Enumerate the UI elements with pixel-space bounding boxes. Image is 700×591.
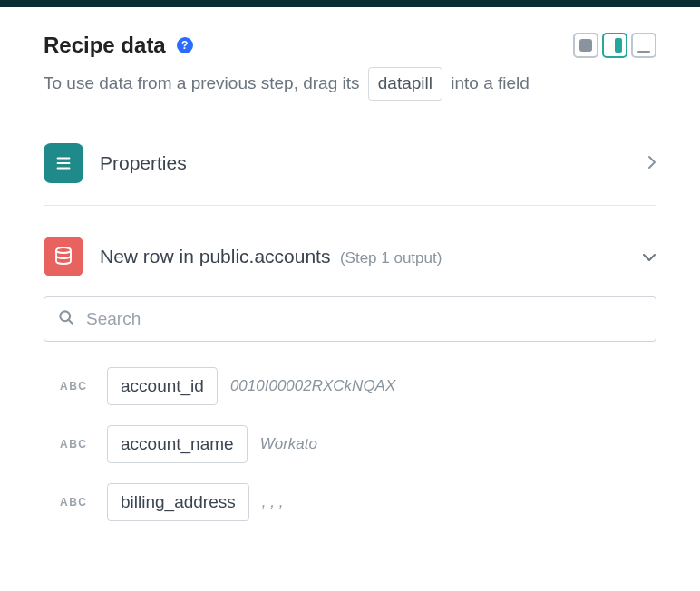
section-header[interactable]: New row in public.accounts (Step 1 outpu…	[44, 206, 656, 296]
list-icon	[44, 143, 83, 183]
search-box[interactable]	[44, 296, 656, 342]
view-toggles	[573, 33, 656, 58]
field-row: ABC account_name Workato	[60, 425, 656, 463]
field-list: ABC account_id 0010I00002RXCkNQAX ABC ac…	[44, 367, 656, 521]
chevron-right-icon	[647, 151, 656, 175]
search-input[interactable]	[86, 309, 643, 329]
view-compact-button[interactable]	[573, 33, 598, 58]
datapill-chip: datapill	[368, 67, 442, 101]
type-badge: ABC	[60, 438, 94, 451]
search-icon	[57, 308, 75, 330]
subtitle-post: into a field	[446, 73, 530, 92]
window-top-bar	[0, 0, 700, 7]
type-badge: ABC	[60, 496, 94, 509]
datapill-account-id[interactable]: account_id	[107, 367, 218, 405]
help-icon[interactable]: ?	[177, 37, 193, 53]
database-icon	[44, 237, 83, 276]
datapill-account-name[interactable]: account_name	[107, 425, 248, 463]
sample-value: , , ,	[262, 493, 284, 511]
field-row: ABC billing_address , , ,	[60, 483, 656, 521]
sample-value: Workato	[260, 435, 317, 453]
view-minimal-button[interactable]	[631, 33, 656, 58]
svg-line-5	[69, 319, 73, 323]
section-title: New row in public.accounts	[100, 246, 330, 266]
properties-label: Properties	[100, 152, 631, 174]
subtitle: To use data from a previous step, drag i…	[44, 67, 656, 101]
view-split-button[interactable]	[602, 33, 627, 58]
svg-point-3	[56, 247, 71, 253]
datapill-billing-address[interactable]: billing_address	[107, 483, 249, 521]
section-subtitle: (Step 1 output)	[340, 249, 442, 266]
data-panel: Properties New row in public.accounts (S…	[0, 121, 700, 521]
chevron-down-icon	[642, 246, 656, 266]
type-badge: ABC	[60, 380, 94, 392]
field-row: ABC account_id 0010I00002RXCkNQAX	[60, 367, 656, 405]
header: Recipe data ? To use data from a previou…	[0, 7, 700, 121]
subtitle-pre: To use data from a previous step, drag i…	[44, 73, 365, 92]
properties-row[interactable]: Properties	[44, 121, 656, 206]
sample-value: 0010I00002RXCkNQAX	[230, 377, 395, 395]
page-title: Recipe data	[44, 33, 166, 58]
